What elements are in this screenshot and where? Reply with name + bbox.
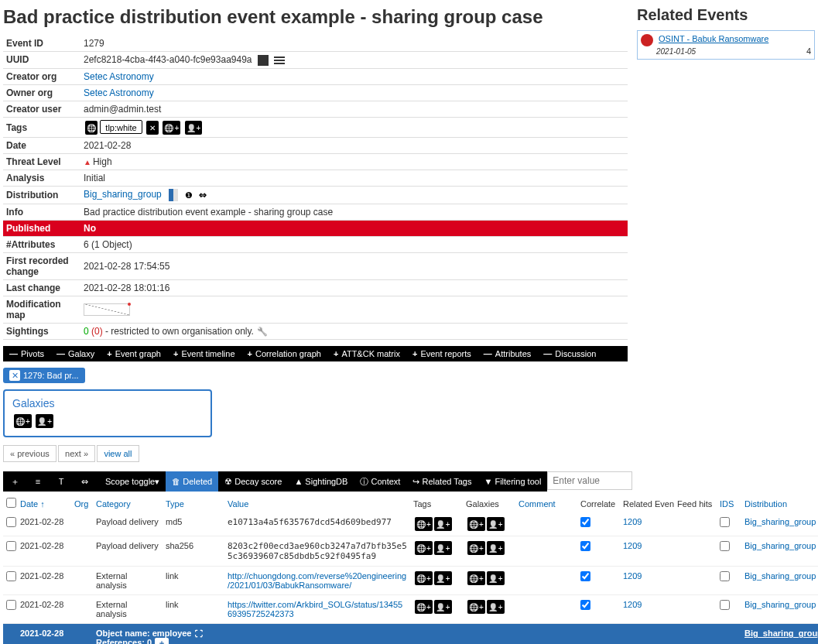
threat-val: High bbox=[93, 156, 112, 167]
context-button[interactable]: ⓘ Context bbox=[354, 471, 406, 492]
attr-value-link[interactable]: https://twitter.com/Arkbird_SOLG/status/… bbox=[228, 600, 402, 618]
add-global-galaxy-button[interactable] bbox=[14, 414, 32, 428]
tab-event-timeline[interactable]: Event timeline bbox=[167, 346, 241, 361]
bug-icon bbox=[641, 34, 653, 46]
col-value[interactable]: Value bbox=[224, 495, 410, 512]
sightings-rest: - restricted to own organisation only. bbox=[103, 326, 254, 337]
select-all-checkbox[interactable] bbox=[6, 498, 16, 508]
add-global-tag-button[interactable] bbox=[467, 571, 485, 585]
row-type: md5 bbox=[163, 512, 224, 536]
tab-event-graph[interactable]: Event graph bbox=[101, 346, 167, 361]
tab-pivots[interactable]: Pivots bbox=[3, 346, 50, 361]
add-local-tag-button[interactable] bbox=[487, 517, 505, 531]
scope-toggle-button[interactable]: Scope toggle ▾ bbox=[99, 471, 166, 492]
attr-toolbar: ＋ ≡ T ⇔ Scope toggle ▾ 🗑 Deleted ☢ Decay… bbox=[3, 471, 547, 492]
info-icon[interactable] bbox=[180, 190, 193, 200]
add-local-tag-button[interactable] bbox=[487, 600, 505, 614]
meta-table: Event ID1279 UUID 2efc8218-4cba-4f43-a04… bbox=[3, 36, 628, 340]
tab-galaxy[interactable]: Galaxy bbox=[50, 346, 101, 361]
add-local-galaxy-button[interactable] bbox=[36, 414, 53, 428]
col-category[interactable]: Category bbox=[93, 495, 163, 512]
tab-attack-matrix[interactable]: ATT&CK matrix bbox=[327, 346, 406, 361]
tab-attributes[interactable]: Attributes bbox=[477, 346, 537, 361]
add-local-tag-button[interactable] bbox=[185, 121, 203, 135]
remove-tag-button[interactable] bbox=[146, 121, 159, 135]
row-type: link bbox=[163, 595, 224, 624]
creator-org-link[interactable]: Setec Astronomy bbox=[84, 71, 154, 82]
dist-key: Distribution bbox=[3, 187, 80, 204]
deleted-button[interactable]: 🗑 Deleted bbox=[166, 471, 218, 492]
add-local-tag-button[interactable] bbox=[434, 517, 452, 531]
dist-link[interactable]: Big_sharing_group bbox=[84, 190, 162, 200]
creator-user-val: admin@admin.test bbox=[80, 101, 628, 117]
add-local-tag-button[interactable] bbox=[434, 541, 452, 555]
tab-correlation-graph[interactable]: Correlation graph bbox=[241, 346, 327, 361]
filter-input[interactable] bbox=[547, 471, 632, 490]
view-all-button[interactable]: view all bbox=[97, 445, 139, 462]
sightingdb-button[interactable]: ▲ SightingDB bbox=[288, 471, 354, 492]
add-global-tag-button[interactable] bbox=[415, 600, 433, 614]
copy-icon[interactable] bbox=[258, 55, 269, 66]
wrench-icon[interactable] bbox=[254, 326, 268, 337]
add-global-tag-button[interactable] bbox=[415, 571, 433, 585]
col-comment[interactable]: Comment bbox=[515, 495, 577, 512]
add-local-tag-button[interactable] bbox=[487, 541, 505, 555]
add-global-tag-button[interactable] bbox=[467, 517, 485, 531]
row-checkbox[interactable] bbox=[6, 517, 16, 527]
col-date[interactable]: Date ↑ bbox=[17, 495, 71, 512]
add-button[interactable]: ＋ bbox=[3, 471, 26, 492]
prev-button[interactable]: « previous bbox=[3, 445, 56, 462]
filtering-tool-button[interactable]: ▼ Filtering tool bbox=[477, 471, 547, 492]
info-val: Bad practice distribution event example … bbox=[80, 204, 628, 221]
count-badge: ＋ bbox=[155, 638, 169, 644]
owner-org-link[interactable]: Setec Astronomy bbox=[84, 87, 154, 98]
expand-icon[interactable] bbox=[192, 629, 203, 638]
add-local-tag-button[interactable] bbox=[434, 600, 452, 614]
analysis-val: Initial bbox=[80, 170, 628, 187]
analysis-key: Analysis bbox=[3, 170, 80, 187]
correlate-checkbox[interactable] bbox=[580, 517, 590, 527]
add-global-tag-button[interactable] bbox=[467, 541, 485, 555]
date-val: 2021-02-28 bbox=[80, 138, 628, 154]
close-icon[interactable]: ✕ bbox=[9, 370, 20, 381]
add-global-tag-button[interactable] bbox=[163, 121, 180, 135]
row-checkbox[interactable] bbox=[6, 541, 16, 551]
related-tags-button[interactable]: ↪ Related Tags bbox=[406, 471, 477, 492]
tab-discussion[interactable]: Discussion bbox=[537, 346, 602, 361]
tag-tlp-white[interactable]: tlp:white bbox=[100, 120, 142, 134]
add-global-tag-button[interactable] bbox=[415, 541, 433, 555]
col-org[interactable]: Org bbox=[71, 495, 93, 512]
related-event-card[interactable]: OSINT - Babuk Ransomware 2021-01-05 4 bbox=[637, 30, 815, 60]
decay-score-button[interactable]: ☢ Decay score bbox=[218, 471, 288, 492]
correlate-checkbox[interactable] bbox=[580, 571, 590, 581]
sightings-paren: (0) bbox=[91, 326, 103, 337]
attributes-key: #Attributes bbox=[3, 237, 80, 253]
related-event-name[interactable]: OSINT - Babuk Ransomware bbox=[659, 34, 768, 43]
bars-icon[interactable] bbox=[274, 55, 285, 66]
row-checkbox[interactable] bbox=[6, 600, 16, 610]
freetext-button[interactable]: T bbox=[50, 471, 73, 492]
tab-event-reports[interactable]: Event reports bbox=[406, 346, 477, 361]
row-checkbox[interactable] bbox=[6, 571, 16, 581]
add-global-tag-button[interactable] bbox=[415, 517, 433, 531]
galaxies-box: Galaxies bbox=[3, 389, 212, 437]
globe-icon[interactable] bbox=[85, 121, 98, 135]
pivot-pill[interactable]: ✕1279: Bad pr... bbox=[3, 368, 85, 383]
row-type: sha256 bbox=[163, 536, 224, 567]
attr-value-link[interactable]: http://chuongdong.com/reverse%20engineer… bbox=[228, 571, 406, 590]
share-icon[interactable] bbox=[196, 190, 207, 200]
col-type[interactable]: Type bbox=[163, 495, 224, 512]
correlate-checkbox[interactable] bbox=[580, 541, 590, 551]
correlate-checkbox[interactable] bbox=[580, 600, 590, 610]
sparkline-icon bbox=[84, 303, 130, 316]
first-change-key: First recorded change bbox=[3, 253, 80, 280]
expand-button[interactable]: ⇔ bbox=[73, 471, 96, 492]
add-global-tag-button[interactable] bbox=[467, 600, 485, 614]
mod-map-key: Modification map bbox=[3, 296, 80, 324]
next-button[interactable]: next » bbox=[58, 445, 95, 462]
section-tabs: Pivots Galaxy Event graph Event timeline… bbox=[3, 346, 628, 361]
add-local-tag-button[interactable] bbox=[434, 571, 452, 585]
add-local-tag-button[interactable] bbox=[487, 571, 505, 585]
pager-top: « previous next » view all bbox=[3, 445, 628, 462]
list-button[interactable]: ≡ bbox=[26, 471, 50, 492]
